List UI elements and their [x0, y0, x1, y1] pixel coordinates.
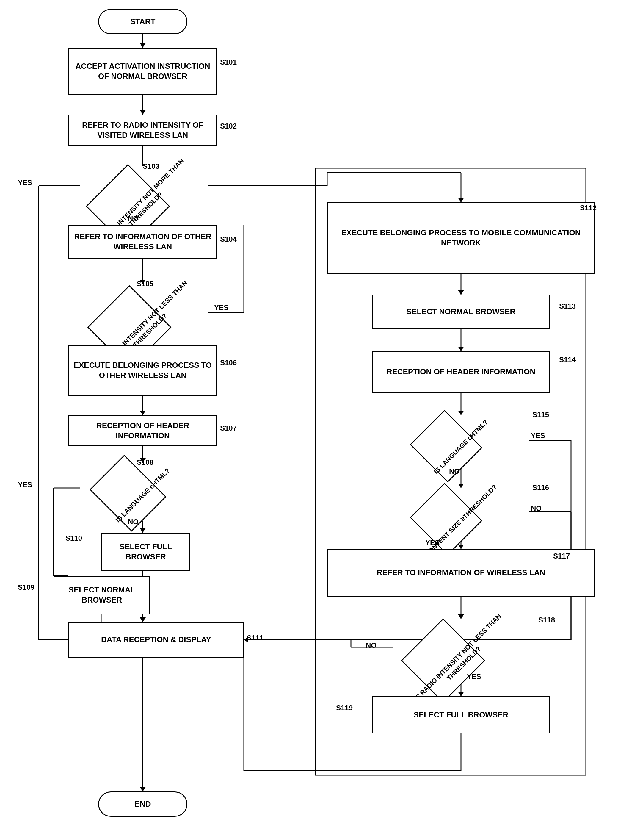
s111-node: DATA RECEPTION & DISPLAY	[68, 622, 244, 658]
svg-marker-59	[458, 347, 464, 351]
end-label: END	[135, 799, 151, 809]
s102-node: REFER TO RADIO INTENSITY OF VISITED WIRE…	[68, 115, 217, 146]
s110-label: SELECT FULL BROWSER	[102, 542, 189, 562]
s112-node: EXECUTE BELONGING PROCESS TO MOBILE COMM…	[327, 203, 595, 274]
s108-no-label: NO	[128, 518, 138, 526]
s118-no-label: NO	[366, 641, 376, 649]
s102-step: S102	[220, 122, 237, 130]
s118-step: S118	[538, 616, 555, 624]
s113-step: S113	[559, 302, 576, 310]
s114-step: S114	[559, 356, 576, 364]
s107-node: RECEPTION OF HEADER INFORMATION	[68, 415, 217, 446]
s119-label: SELECT FULL BROWSER	[414, 710, 508, 720]
s104-node: REFER TO INFORMATION OF OTHER WIRELESS L…	[68, 225, 217, 259]
s108-step: S108	[137, 458, 153, 466]
s117-label: REFER TO INFORMATION OF WIRELESS LAN	[377, 568, 545, 578]
s110-node: SELECT FULL BROWSER	[101, 533, 190, 571]
end-node: END	[98, 791, 187, 817]
s106-node: EXECUTE BELONGING PROCESS TO OTHER WIREL…	[68, 345, 217, 396]
svg-marker-45	[140, 43, 146, 48]
s118-yes-label: YES	[467, 672, 481, 681]
s108-yes-label: YES	[18, 481, 32, 489]
s111-step: S111	[247, 634, 263, 642]
s114-label: RECEPTION OF HEADER INFORMATION	[386, 367, 536, 377]
svg-marker-51	[140, 411, 146, 415]
s114-node: RECEPTION OF HEADER INFORMATION	[372, 351, 550, 393]
s110-step: S110	[65, 534, 82, 542]
s109-label: SELECT NORMAL BROWSER	[54, 585, 149, 605]
s101-label: ACCEPT ACTIVATION INSTRUCTION OF NORMAL …	[69, 61, 216, 82]
s104-step: S104	[220, 235, 237, 243]
s103-no-label: NO	[128, 214, 138, 223]
s117-step: S117	[553, 552, 570, 560]
s102-label: REFER TO RADIO INTENSITY OF VISITED WIRE…	[69, 120, 216, 140]
s105-yes-label: YES	[214, 304, 229, 312]
s115-no-label: NO	[449, 467, 460, 475]
s116-yes-label: YES	[425, 539, 440, 547]
s112-step: S112	[580, 204, 597, 212]
s106-step: S106	[220, 359, 237, 367]
s109-step: S109	[18, 583, 34, 591]
svg-marker-54	[140, 617, 146, 622]
s113-node: SELECT NORMAL BROWSER	[372, 295, 550, 329]
svg-marker-55	[140, 787, 146, 791]
s105-step: S105	[137, 280, 153, 288]
s111-label: DATA RECEPTION & DISPLAY	[101, 635, 211, 645]
svg-marker-46	[140, 110, 146, 115]
s108-label: IS LANGUAGE cHTML?	[114, 466, 172, 524]
s104-label: REFER TO INFORMATION OF OTHER WIRELESS L…	[69, 232, 216, 252]
s115-step: S115	[532, 411, 549, 419]
s115-yes-label: YES	[531, 432, 545, 440]
s112-label: EXECUTE BELONGING PROCESS TO MOBILE COMM…	[328, 228, 594, 248]
start-label: START	[130, 17, 156, 27]
s101-step: S101	[220, 58, 237, 66]
s119-step: S119	[336, 704, 353, 712]
start-node: START	[98, 9, 187, 34]
s103-step: S103	[143, 162, 159, 170]
svg-marker-57	[458, 198, 464, 203]
s109-node: SELECT NORMAL BROWSER	[53, 576, 150, 614]
s107-step: S107	[220, 424, 237, 432]
s101-node: ACCEPT ACTIVATION INSTRUCTION OF NORMAL …	[68, 48, 217, 95]
flowchart: START ACCEPT ACTIVATION INSTRUCTION OF N…	[0, 0, 618, 840]
s106-label: EXECUTE BELONGING PROCESS TO OTHER WIREL…	[69, 360, 216, 381]
s116-step: S116	[532, 484, 549, 492]
s113-label: SELECT NORMAL BROWSER	[407, 307, 515, 317]
s119-node: SELECT FULL BROWSER	[372, 696, 550, 733]
s107-label: RECEPTION OF HEADER INFORMATION	[69, 421, 216, 441]
s103-yes-label: YES	[18, 179, 32, 187]
s116-no-label: NO	[531, 504, 542, 513]
svg-marker-58	[458, 290, 464, 295]
